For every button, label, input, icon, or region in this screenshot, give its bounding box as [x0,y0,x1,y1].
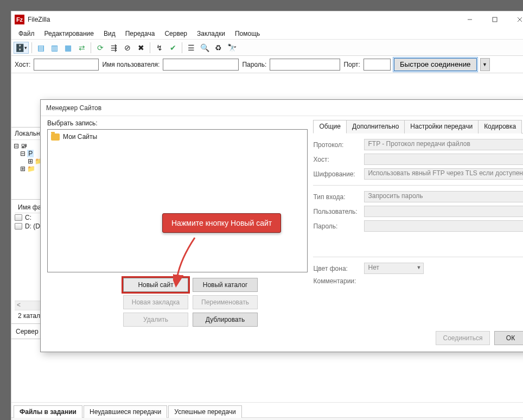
new-bookmark-button: Новая закладка [123,295,188,309]
reconnect-icon: ↯ [156,43,163,52]
host-label: Хост: [313,156,360,163]
disconnect-icon: ✖ [138,43,144,52]
toolbar-separator [150,42,150,53]
qc-user-input[interactable] [163,59,239,71]
log-icon: ▤ [37,43,44,52]
menu-edit[interactable]: Редактирование [40,29,98,39]
pass-input[interactable] [364,220,523,232]
pass-label: Пароль: [313,222,360,230]
queue-tab-success[interactable]: Успешные передачи [168,405,242,418]
toolbar-reconnect-button[interactable]: ↯ [153,42,165,54]
cancel-icon: ⊘ [124,43,131,52]
minimize-icon [467,17,473,22]
user-input[interactable] [364,206,523,217]
toolbar-refresh-button[interactable]: ⟳ [94,42,106,54]
binoculars-icon: 🔭 [227,43,237,52]
site-tree-root[interactable]: Мои Сайты [51,133,304,141]
tab-general[interactable]: Общие [313,120,346,133]
menu-help[interactable]: Помощь [231,29,264,39]
queue-tab-files[interactable]: Файлы в задании [14,405,82,418]
toolbar-process-queue-button[interactable]: ⇶ [107,42,120,54]
tree-node-selected[interactable]: Р [27,150,34,157]
toolbar-compare-button[interactable]: ☰ [185,42,197,54]
user-label: Пользователь: [313,208,360,215]
qc-port-input[interactable] [363,59,391,71]
qc-port-label: Порт: [343,61,360,68]
minimize-button[interactable] [457,12,482,27]
toolbar-toggle-local-tree-button[interactable]: ▥ [48,42,61,54]
encryption-select[interactable]: Использовать явный FTP через TLS если до… [364,168,523,180]
toolbar-sync-browse-button[interactable]: 🔍 [199,42,211,54]
toolbar-filter-button[interactable]: ✔ [167,42,179,54]
menubar: Файл Редактирование Вид Передача Сервер … [11,28,523,40]
comments-textarea[interactable] [313,288,523,326]
encryption-label: Шифрование: [313,170,360,178]
logon-type-select[interactable]: Запросить пароль [364,191,523,202]
general-form: Протокол: FTP - Протокол передачи файлов… [313,133,523,326]
server-icon: 🗄️ [15,43,24,52]
rename-button: Переименовать [193,295,258,309]
qc-host-label: Хост: [15,61,30,68]
close-button[interactable] [507,12,523,27]
qc-user-label: Имя пользователя: [102,61,160,68]
qc-pass-label: Пароль: [242,61,266,68]
protocol-select[interactable]: FTP - Протокол передачи файлов [364,139,523,150]
queue-icon: ⇄ [79,43,85,52]
bgcolor-select[interactable]: Нет ▼ [364,263,424,274]
annotation-text: Нажмите кнопку Новый сайт [162,213,281,233]
dialog-footer: Соединиться ОК [41,327,523,352]
queue-tab-failed[interactable]: Неудавшиеся передачи [84,405,167,418]
queue-tabs: Файлы в задании Неудавшиеся передачи Усп… [11,402,523,417]
toolbar: 🗄️▾ ▤ ▥ ▦ ⇄ ⟳ ⇶ ⊘ ✖ ↯ ✔ ☰ 🔍 ♻ 🔭 [11,40,523,56]
svg-rect-1 [493,17,497,22]
toolbar-disconnect-button[interactable]: ✖ [135,42,147,54]
toolbar-site-manager-button[interactable]: 🗄️▾ [14,42,29,54]
dialog-tabs: Общие Дополнительно Настройки передачи К… [313,119,523,133]
tab-transfer[interactable]: Настройки передачи [404,120,479,133]
toolbar-separator [91,42,91,53]
drive-icon [15,223,22,230]
menu-transfer[interactable]: Передача [121,29,160,39]
host-input[interactable] [364,154,523,165]
toolbar-search-button[interactable]: 🔭 [226,42,238,54]
toolbar-separator [31,42,32,53]
qc-history-dropdown[interactable]: ▼ [480,58,490,71]
app-window: Fz FileZilla Файл Редактирование Вид Пер… [11,11,523,420]
qc-connect-button[interactable]: Быстрое соединение [394,58,477,71]
site-buttons-grid: Новый сайт Новый каталог Новая закладка … [123,278,308,327]
filter-icon: ✔ [170,43,176,52]
quickconnect-bar: Хост: Имя пользователя: Пароль: Порт: Бы… [11,56,523,73]
process-icon: ⇶ [111,43,117,52]
sync-icon: 🔍 [200,43,209,52]
comments-label: Комментарии: [313,277,360,285]
folder-icon [51,133,60,141]
toolbar-toggle-log-button[interactable]: ▤ [35,42,47,54]
app-icon: Fz [15,15,24,24]
toolbar-cancel-button[interactable]: ⊘ [121,42,133,54]
menu-server[interactable]: Сервер [160,29,192,39]
tutorial-annotation: Нажмите кнопку Новый сайт [162,213,281,233]
toolbar-autoscroll-button[interactable]: ♻ [212,42,225,54]
annotation-arrow-icon [173,235,206,289]
tab-advanced[interactable]: Дополнительно [346,120,405,133]
toolbar-toggle-remote-tree-button[interactable]: ▦ [62,42,74,54]
menu-view[interactable]: Вид [99,29,120,39]
connect-button: Соединиться [436,331,490,345]
qc-host-input[interactable] [34,59,99,71]
menu-bookmarks[interactable]: Закладки [193,29,229,39]
ok-button[interactable]: ОК [494,331,523,345]
duplicate-button[interactable]: Дублировать [193,313,258,327]
qc-pass-input[interactable] [270,59,340,71]
menu-file[interactable]: Файл [14,29,39,39]
form-separator [313,185,523,186]
tab-charset[interactable]: Кодировка [478,120,522,133]
chevron-down-icon: ▼ [417,265,422,270]
site-tree-root-label: Мои Сайты [63,133,97,141]
protocol-label: Протокол: [313,141,360,149]
toolbar-toggle-queue-button[interactable]: ⇄ [75,42,88,54]
tree-icon: ▥ [51,43,58,52]
dialog-right-pane: Общие Дополнительно Настройки передачи К… [313,119,523,327]
window-controls [457,12,523,27]
maximize-button[interactable] [482,12,507,27]
close-icon [517,17,522,22]
